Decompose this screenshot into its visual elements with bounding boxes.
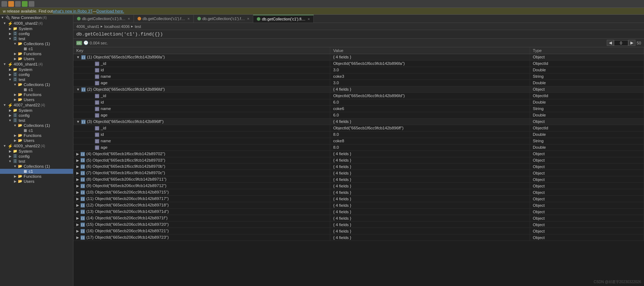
tab-close-0[interactable]: × [128,16,130,21]
next-page-button[interactable]: ▶ [628,40,635,46]
sidebar-item-collections-2[interactable]: ▼ 📂 Collections (1) [0,82,73,87]
table-row[interactable]: ▶{ }(6) ObjectId("665ecb1f6cc9fcb142b897… [73,163,644,170]
sidebar-item-4009shard22[interactable]: ▼ ⚡ 4009_shard22 (4) [0,143,73,149]
expand-icon[interactable]: ▶ [76,223,79,227]
table-row[interactable]: ▼{ }(3) ObjectId("665ecb1f6cc9fcb142b896… [73,118,644,125]
sidebar-item-users-1[interactable]: ▶ 📂 Users [0,56,73,61]
sidebar-item-system-2[interactable]: ▶ 📁 System [0,67,73,72]
expand-icon[interactable]: ▼ [76,87,80,91]
tab-icon-2 [197,17,201,20]
expand-icon[interactable]: ▶ [76,235,79,239]
table-row[interactable]: ▶{ }(14) ObjectId("665ecb206cc9fcb142b89… [73,215,644,221]
sidebar-item-config-1[interactable]: ▶ 🗄️ config [0,31,73,36]
table-row[interactable]: ▶{ }(13) ObjectId("665ecb206cc9fcb142b89… [73,209,644,215]
doc-icon: { } [81,171,85,175]
tab-close-1[interactable]: × [187,16,189,21]
update-link[interactable]: what's new in Robo 3T [53,9,92,13]
expand-icon[interactable]: ▶ [76,229,79,233]
child-value: 8.0 [330,144,530,151]
sidebar-item-new-connection[interactable]: ▼ 🔌 New Connection (4) [0,15,73,20]
sidebar-item-test-2[interactable]: ▼ 🗄️ test [0,77,73,82]
child-key: [ ]name [73,73,330,80]
table-row[interactable]: ▶{ }(5) ObjectId("665ecb1f6cc9fcb142b897… [73,157,644,163]
toolbar-btn-run[interactable] [22,1,28,7]
sidebar-item-system-3[interactable]: ▶ 📁 System [0,108,73,113]
sidebar-item-functions-4[interactable]: ▶ 📂 Functions [0,174,73,179]
sidebar-item-c1-1[interactable]: ▦ c1 [0,46,73,51]
sidebar-item-users-3[interactable]: ▶ 📂 Users [0,138,73,143]
sidebar-item-system-4[interactable]: ▶ 📁 System [0,149,73,154]
tab-3[interactable]: db.getCollection('c1').fi… × [253,15,314,23]
sidebar-item-functions-1[interactable]: ▶ 📂 Functions [0,51,73,56]
expand-icon[interactable]: ▶ [76,216,79,220]
expand-icon[interactable]: ▼ [76,120,80,124]
table-row[interactable]: ▼{ }(2) ObjectId("665ecb1f6cc9fcb142b896… [73,86,644,92]
folder-icon: 📂 [17,179,23,183]
tab-close-3[interactable]: × [308,17,310,21]
child-value: coke3 [330,73,530,80]
expand-icon[interactable]: ▶ [76,184,79,188]
toolbar-btn-2[interactable] [8,1,14,7]
page-number-input[interactable] [614,40,628,46]
sidebar-item-functions-2[interactable]: ▶ 📂 Functions [0,92,73,97]
sidebar-item-functions-3[interactable]: ▶ 📂 Functions [0,133,73,138]
sidebar-item-test-1[interactable]: ▼ 🗄️ test [0,36,73,41]
expand-icon[interactable]: ▶ [76,203,79,207]
tab-1[interactable]: db.getCollection('c1').f… × [134,15,194,23]
table-row[interactable]: ▶{ }(11) ObjectId("665ecb206cc9fcb142b89… [73,196,644,202]
sidebar-item-config-3[interactable]: ▶ 🗄️ config [0,113,73,118]
expand-icon[interactable]: ▼ [76,55,80,59]
tab-0[interactable]: db.getCollection('c1').fi… × [73,15,134,23]
arrow-icon: ▶ [8,109,12,112]
expand-icon[interactable]: ▶ [76,165,79,168]
field-icon: [ ] [95,146,99,150]
sidebar-item-4008shard2[interactable]: ▼ ⚡ 4008_shard2 (4) [0,20,73,26]
expand-icon[interactable]: ▶ [76,177,79,181]
sidebar-item-4006shard1[interactable]: ▼ ⚡ 4006_shard1 (4) [0,61,73,67]
table-row[interactable]: ▶{ }(10) ObjectId("665ecb206cc9fcb142b89… [73,189,644,196]
arrow-icon: ▼ [3,22,6,25]
table-row[interactable]: ▼{ }(1) ObjectId("665ecb1f6cc9fcb142b896… [73,54,644,61]
toolbar-btn-3[interactable] [15,1,21,7]
expand-icon[interactable]: ▶ [76,158,79,162]
download-link[interactable]: Download here. [96,9,124,13]
table-row[interactable]: ▶{ }(16) ObjectId("665ecb206cc9fcb142b89… [73,228,644,234]
field-icon: [ ] [95,100,99,105]
sidebar-item-users-4[interactable]: ▶ 📂 Users [0,179,73,184]
sidebar-item-config-4[interactable]: ▶ 🗄️ config [0,154,73,159]
sidebar-item-label: Functions [24,174,42,178]
table-row[interactable]: ▶{ }(12) ObjectId("665ecb206cc9fcb142b89… [73,202,644,209]
query-editor[interactable]: db.getCollection('c1').find({}) [73,30,644,39]
table-row[interactable]: ▶{ }(9) ObjectId("665ecb206cc9fcb142b897… [73,183,644,189]
prev-page-button[interactable]: ◀ [607,40,614,46]
sidebar-item-test-3[interactable]: ▼ 🗄️ test [0,118,73,123]
sidebar-item-c1-4-selected[interactable]: ▦ c1 [0,169,73,174]
sidebar-item-system-1[interactable]: ▶ 📁 System [0,26,73,31]
toolbar-btn-5[interactable] [29,1,34,7]
expand-icon[interactable]: ▶ [76,210,79,214]
expand-icon[interactable]: ▶ [76,152,79,156]
row-value: { 4 fields } [330,183,530,189]
table-row[interactable]: ▶{ }(15) ObjectId("665ecb206cc9fcb142b89… [73,221,644,228]
table-row[interactable]: ▶{ }(8) ObjectId("665ecb206cc9fcb142b897… [73,176,644,183]
table-row[interactable]: ▶{ }(17) ObjectId("665ecb206cc9fcb142b89… [73,234,644,241]
row-type: Object [530,228,644,234]
row-key: ▶{ }(8) ObjectId("665ecb206cc9fcb142b897… [73,176,330,183]
sidebar-item-users-2[interactable]: ▶ 📂 Users [0,97,73,102]
sidebar-item-collections-3[interactable]: ▼ 📂 Collections (1) [0,123,73,128]
sidebar-item-c1-2[interactable]: ▦ c1 [0,87,73,92]
sidebar-item-config-2[interactable]: ▶ 🗄️ config [0,72,73,77]
toolbar-btn-1[interactable] [1,1,7,7]
tab-close-2[interactable]: × [247,16,249,21]
sidebar-item-test-4[interactable]: ▼ 🗄️ test [0,159,73,164]
sidebar-item-4007shard22[interactable]: ▼ ⚡ 4007_shard22 (4) [0,102,73,108]
expand-icon[interactable]: ▶ [76,190,79,194]
sidebar-item-collections-4[interactable]: ▼ 📂 Collections (1) [0,164,73,169]
expand-icon[interactable]: ▶ [76,197,79,201]
tab-2[interactable]: db.getCollection('c1').f… × [194,15,254,23]
table-row[interactable]: ▶{ }(4) ObjectId("665ecb1f6cc9fcb142b897… [73,151,644,157]
sidebar-item-collections-1[interactable]: ▼ 📂 Collections (1) [0,41,73,46]
expand-icon[interactable]: ▶ [76,171,79,175]
table-row[interactable]: ▶{ }(7) ObjectId("665ecb1f6cc9fcb142b897… [73,170,644,176]
sidebar-item-c1-3[interactable]: ▦ c1 [0,128,73,133]
